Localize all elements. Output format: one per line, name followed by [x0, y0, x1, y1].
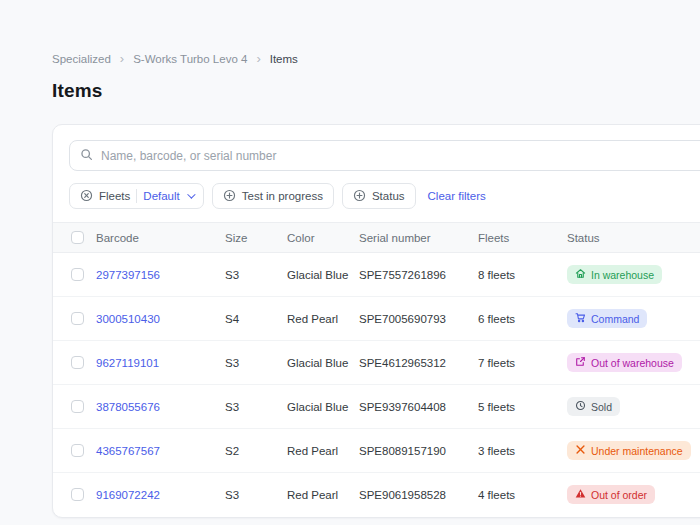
- status-filter-label: Status: [372, 190, 405, 202]
- breadcrumb-item-specialized[interactable]: Specialized: [52, 53, 111, 65]
- status-label: Sold: [591, 401, 612, 413]
- status-badge: Out of order: [567, 485, 655, 504]
- serial-cell: SPE7557261896: [359, 253, 478, 297]
- search-bar[interactable]: [69, 140, 700, 171]
- color-cell: Red Pearl: [287, 473, 359, 517]
- status-label: In warehouse: [591, 269, 654, 281]
- fleets-cell: 5 fleets: [478, 385, 567, 429]
- fleets-cell: 6 fleets: [478, 297, 567, 341]
- header-color: Color: [287, 223, 359, 253]
- search-icon: [80, 147, 93, 165]
- header-fleets: Fleets: [478, 223, 567, 253]
- color-cell: Glacial Blue: [287, 385, 359, 429]
- fleets-filter-value[interactable]: Default: [143, 190, 179, 202]
- warning-icon: [575, 488, 586, 501]
- status-badge: In warehouse: [567, 265, 662, 284]
- fleets-cell: 7 fleets: [478, 341, 567, 385]
- page: Specialized › S-Works Turbo Levo 4 › Ite…: [0, 0, 700, 518]
- items-panel: Fleets Default Test in progress: [52, 124, 700, 518]
- barcode-link[interactable]: 3878055676: [96, 401, 160, 413]
- serial-cell: SPE7005690793: [359, 297, 478, 341]
- chevron-down-icon: [187, 190, 195, 198]
- table-row: 3878055676 S3 Glacial Blue SPE9397604408…: [53, 385, 700, 429]
- table-row: 2977397156 S3 Glacial Blue SPE7557261896…: [53, 253, 700, 297]
- add-filter-icon: [353, 189, 366, 204]
- test-in-progress-filter-chip[interactable]: Test in progress: [212, 183, 334, 209]
- status-badge: Under maintenance: [567, 441, 691, 460]
- maintenance-icon: [575, 444, 586, 457]
- cart-icon: [575, 312, 586, 325]
- chevron-right-icon: ›: [256, 52, 260, 65]
- header-size: Size: [225, 223, 287, 253]
- color-cell: Red Pearl: [287, 429, 359, 473]
- size-cell: S4: [225, 297, 287, 341]
- status-label: Command: [591, 313, 639, 325]
- fleets-cell: 4 fleets: [478, 473, 567, 517]
- barcode-link[interactable]: 3000510430: [96, 313, 160, 325]
- color-cell: Glacial Blue: [287, 253, 359, 297]
- color-cell: Red Pearl: [287, 297, 359, 341]
- serial-cell: SPE9397604408: [359, 385, 478, 429]
- header-barcode: Barcode: [96, 223, 225, 253]
- size-cell: S3: [225, 385, 287, 429]
- remove-filter-icon[interactable]: [80, 189, 93, 204]
- test-in-progress-filter-label: Test in progress: [242, 190, 323, 202]
- color-cell: Glacial Blue: [287, 341, 359, 385]
- status-filter-chip[interactable]: Status: [342, 183, 416, 209]
- table-row: 3000510430 S4 Red Pearl SPE7005690793 6 …: [53, 297, 700, 341]
- search-input[interactable]: [101, 149, 700, 163]
- fleets-cell: 8 fleets: [478, 253, 567, 297]
- barcode-link[interactable]: 2977397156: [96, 269, 160, 281]
- fleets-filter-label: Fleets: [99, 190, 130, 202]
- warehouse-icon: [575, 268, 586, 281]
- fleets-cell: 3 fleets: [478, 429, 567, 473]
- table-header-row: Barcode Size Color Serial number Fleets …: [53, 223, 700, 253]
- status-badge: Command: [567, 309, 647, 328]
- fleets-filter-chip[interactable]: Fleets Default: [69, 183, 204, 209]
- size-cell: S3: [225, 341, 287, 385]
- size-cell: S2: [225, 429, 287, 473]
- table-row: 4365767567 S2 Red Pearl SPE8089157190 3 …: [53, 429, 700, 473]
- table-row: 9169072242 S3 Red Pearl SPE9061958528 4 …: [53, 473, 700, 517]
- row-checkbox[interactable]: [71, 444, 84, 457]
- breadcrumb: Specialized › S-Works Turbo Levo 4 › Ite…: [52, 52, 700, 65]
- chevron-right-icon: ›: [120, 52, 124, 65]
- divider: [136, 189, 137, 203]
- status-label: Out of order: [591, 489, 647, 501]
- page-title: Items: [52, 80, 700, 102]
- barcode-link[interactable]: 9627119101: [96, 357, 159, 369]
- add-filter-icon: [223, 189, 236, 204]
- row-checkbox[interactable]: [71, 312, 84, 325]
- status-badge: Out of warehouse: [567, 353, 682, 372]
- size-cell: S3: [225, 473, 287, 517]
- clear-filters-link[interactable]: Clear filters: [428, 190, 486, 202]
- serial-cell: SPE9061958528: [359, 473, 478, 517]
- row-checkbox[interactable]: [71, 268, 84, 281]
- serial-cell: SPE4612965312: [359, 341, 478, 385]
- barcode-link[interactable]: 9169072242: [96, 489, 160, 501]
- table-row: 9627119101 S3 Glacial Blue SPE4612965312…: [53, 341, 700, 385]
- box-out-icon: [575, 356, 586, 369]
- status-badge: Sold: [567, 397, 620, 416]
- status-label: Under maintenance: [591, 445, 683, 457]
- breadcrumb-item-items: Items: [270, 53, 298, 65]
- row-checkbox[interactable]: [71, 400, 84, 413]
- select-all-checkbox[interactable]: [71, 231, 84, 244]
- row-checkbox[interactable]: [71, 356, 84, 369]
- header-serial-number: Serial number: [359, 223, 478, 253]
- row-checkbox[interactable]: [71, 488, 84, 501]
- size-cell: S3: [225, 253, 287, 297]
- status-label: Out of warehouse: [591, 357, 674, 369]
- barcode-link[interactable]: 4365767567: [96, 445, 160, 457]
- filter-bar: Fleets Default Test in progress: [69, 183, 700, 209]
- sold-icon: [575, 400, 586, 413]
- serial-cell: SPE8089157190: [359, 429, 478, 473]
- breadcrumb-item-sworks-turbo-levo-4[interactable]: S-Works Turbo Levo 4: [133, 53, 247, 65]
- items-table: Barcode Size Color Serial number Fleets …: [53, 222, 700, 517]
- header-status: Status: [567, 223, 700, 253]
